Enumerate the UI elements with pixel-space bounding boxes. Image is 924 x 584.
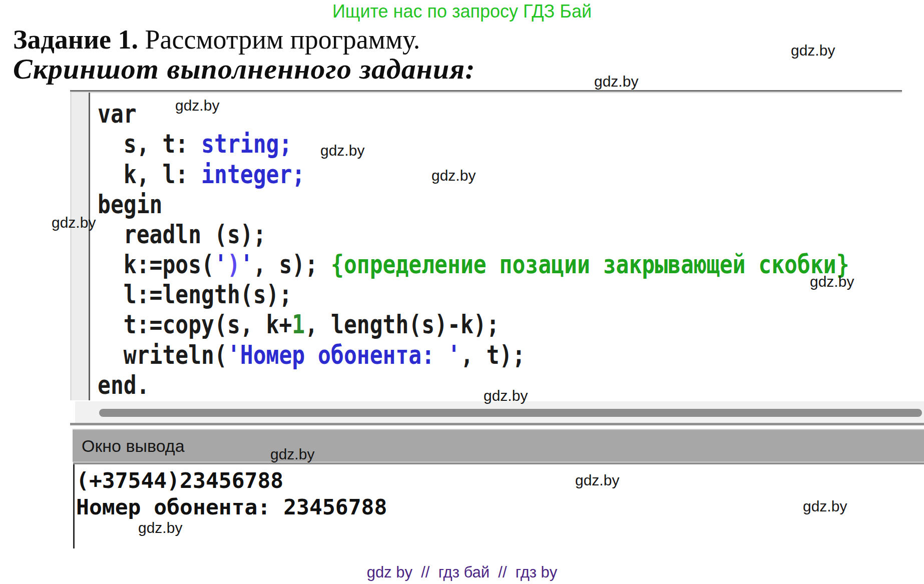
code-token: writeln( <box>98 340 227 369</box>
code-token: t:=copy(s, k+ <box>98 310 292 339</box>
code-token: end. <box>98 370 150 400</box>
code-token: , length(s)-k); <box>305 310 499 339</box>
watermark-text: gdz.by <box>484 387 528 404</box>
task-heading-text: Рассмотрим программу. <box>138 25 420 55</box>
output-window: (+37544)23456788Номер обонента: 23456788 <box>73 464 924 548</box>
code-token: k:=pos( <box>98 250 214 279</box>
code-token: 1 <box>292 310 305 339</box>
editor-top-border <box>70 90 902 92</box>
watermark-text: gdz.by <box>138 519 182 536</box>
code-line: writeln('Номер обонента: ', t); <box>98 340 849 370</box>
code-token: ) <box>227 250 240 279</box>
task-heading: Задание 1. Рассмотрим программу. <box>13 24 420 55</box>
code-token: l:=length(s); <box>98 280 292 309</box>
watermark-text: gdz.by <box>810 273 854 290</box>
code-line: s, t: string; <box>98 129 849 159</box>
code-line: k:=pos(')', s); {определение позации зак… <box>98 250 849 280</box>
editor-gutter <box>71 93 90 400</box>
screenshot-caption: Скриншот выполненного задания: <box>13 52 476 86</box>
output-line: Номер обонента: 23456788 <box>76 494 387 520</box>
watermark-text: gdz.by <box>431 167 476 184</box>
code-token: , t); <box>460 340 525 369</box>
page: Ищите нас по запросу ГДЗ Бай Задание 1. … <box>0 0 924 584</box>
promo-banner: Ищите нас по запросу ГДЗ Бай <box>0 1 924 22</box>
code-token: ' <box>214 250 227 279</box>
horizontal-scrollbar[interactable] <box>75 401 924 423</box>
code-line: l:=length(s); <box>98 280 849 310</box>
code-token: readln (s); <box>98 220 266 249</box>
code-token: ' <box>240 250 253 279</box>
code-token: string; <box>201 129 292 159</box>
code-line: readln (s); <box>98 220 849 250</box>
watermark-text: gdz.by <box>320 142 364 159</box>
code-token: {определение позации закрывающей скобки} <box>331 250 849 279</box>
code-token: 'Номер обонента: ' <box>227 340 460 369</box>
output-window-title: Окно вывода <box>82 436 185 456</box>
editor-bottom-border <box>70 423 924 425</box>
watermark-text: gdz.by <box>175 97 219 114</box>
code-token: integer; <box>201 159 305 189</box>
code-token: k, l: <box>98 159 201 189</box>
code-token: , s); <box>253 250 331 279</box>
code-token: s, t: <box>98 129 201 159</box>
watermark-text: gdz.by <box>270 446 314 463</box>
code-line: begin <box>98 190 849 220</box>
task-number-label: Задание 1. <box>13 25 138 55</box>
code-line: end. <box>98 370 849 400</box>
watermark-text: gdz.by <box>803 498 847 515</box>
output-text: (+37544)23456788Номер обонента: 23456788 <box>76 467 387 520</box>
watermark-text: gdz.by <box>594 73 638 90</box>
code-token: var <box>98 99 137 129</box>
watermark-text: gdz.by <box>575 472 619 489</box>
watermark-text: gdz.by <box>52 214 96 231</box>
code-area[interactable]: var s, t: string; k, l: integer;begin re… <box>98 99 849 400</box>
code-editor-window: var s, t: string; k, l: integer;begin re… <box>70 90 924 425</box>
footer-text: gdz by // гдз бай // гдз by <box>0 563 924 581</box>
code-line: t:=copy(s, k+1, length(s)-k); <box>98 310 849 340</box>
output-line: (+37544)23456788 <box>76 467 387 494</box>
watermark-text: gdz.by <box>791 42 835 59</box>
scrollbar-thumb[interactable] <box>99 409 922 417</box>
code-token: begin <box>98 190 162 219</box>
output-window-titlebar: Окно вывода <box>73 429 924 462</box>
